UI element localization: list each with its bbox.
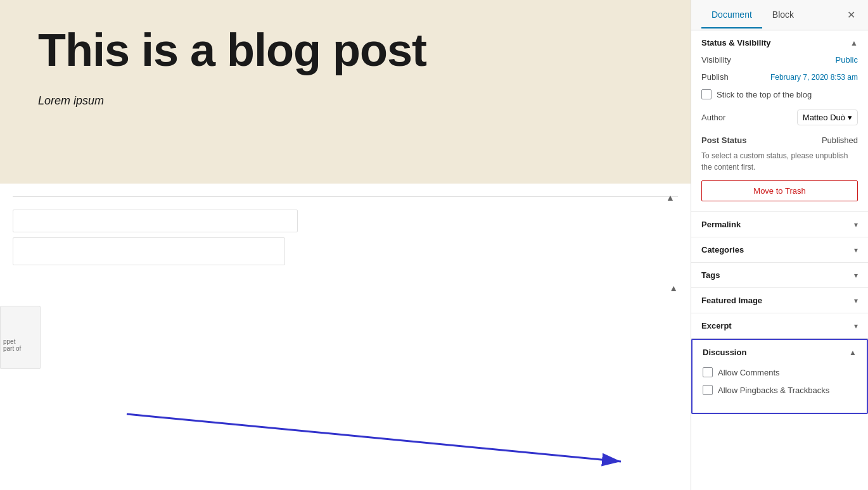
publish-label: Publish: [701, 72, 729, 82]
sidebar: Document Block ✕ Status & Visibility ▲ V…: [691, 0, 868, 490]
stick-to-top-row: Stick to the top of the blog: [701, 89, 858, 99]
publish-row: Publish February 7, 2020 8:53 am: [701, 72, 858, 82]
chevron-down-icon-categories: ▾: [854, 246, 858, 254]
author-row: Author Matteo Duò ▾: [701, 110, 858, 125]
section-discussion-header[interactable]: Discussion ▲: [692, 340, 867, 365]
section-discussion: Discussion ▲ Allow Comments Allow Pingba…: [691, 339, 868, 414]
block-outline-2: [13, 237, 285, 265]
svg-line-1: [127, 414, 621, 462]
section-tags: Tags ▾: [691, 263, 868, 288]
discussion-title: Discussion: [703, 348, 746, 357]
stick-to-top-label: Stick to the top of the blog: [717, 90, 812, 99]
allow-comments-label: Allow Comments: [718, 368, 780, 377]
stick-to-top-checkbox[interactable]: [701, 89, 712, 99]
post-status-label: Post Status: [701, 135, 747, 145]
block-outline-1: [13, 210, 298, 232]
chevron-up-icon-discussion: ▲: [849, 348, 857, 357]
annotation-arrow: [0, 389, 665, 471]
author-dropdown-icon: ▾: [848, 113, 852, 122]
section-excerpt-header[interactable]: Excerpt ▾: [691, 313, 868, 338]
author-label: Author: [701, 113, 725, 122]
tags-title: Tags: [701, 270, 720, 280]
tab-document[interactable]: Document: [701, 2, 762, 28]
visibility-row: Visibility Public: [701, 55, 858, 65]
allow-pingbacks-label: Allow Pingbacks & Trackbacks: [718, 386, 829, 395]
collapse-button-2[interactable]: ▲: [669, 283, 678, 293]
chevron-down-icon-permalink: ▾: [854, 220, 858, 229]
chevron-down-icon-featured-image: ▾: [854, 296, 858, 305]
permalink-title: Permalink: [701, 220, 741, 229]
discussion-content: Allow Comments Allow Pingbacks & Trackba…: [692, 365, 867, 413]
allow-comments-checkbox[interactable]: [703, 367, 713, 377]
tab-block[interactable]: Block: [762, 2, 804, 28]
widget-text: ppetpart of: [1, 306, 40, 355]
chevron-down-icon-excerpt: ▾: [854, 322, 858, 330]
allow-pingbacks-checkbox[interactable]: [703, 385, 713, 395]
status-visibility-title: Status & Visibility: [701, 38, 771, 47]
visibility-label: Visibility: [701, 55, 731, 65]
collapse-button[interactable]: ▲: [663, 190, 678, 205]
content-area: ▲ ▲ ppetpart of: [0, 184, 691, 382]
chevron-down-icon-tags: ▾: [854, 271, 858, 280]
section-status-visibility: Status & Visibility ▲ Visibility Public …: [691, 30, 868, 212]
categories-title: Categories: [701, 245, 744, 254]
visibility-value[interactable]: Public: [836, 55, 858, 65]
hero-section: This is a blog post Lorem ipsum: [0, 0, 691, 184]
close-icon[interactable]: ✕: [845, 6, 858, 23]
post-status-value: Published: [822, 135, 858, 145]
main-content: This is a blog post Lorem ipsum ▲ ▲ ppet…: [0, 0, 691, 490]
section-permalink-header[interactable]: Permalink ▾: [691, 212, 868, 237]
section-permalink: Permalink ▾: [691, 212, 868, 237]
publish-value[interactable]: February 7, 2020 8:53 am: [770, 73, 858, 82]
author-value: Matteo Duò: [803, 113, 845, 122]
status-visibility-content: Visibility Public Publish February 7, 20…: [691, 55, 868, 211]
section-categories-header[interactable]: Categories ▾: [691, 237, 868, 262]
allow-pingbacks-row: Allow Pingbacks & Trackbacks: [703, 385, 857, 395]
chevron-up-icon: ▲: [850, 39, 858, 47]
widget-box: ppetpart of: [0, 306, 41, 369]
section-featured-image-header[interactable]: Featured Image ▾: [691, 288, 868, 313]
tabs-group: Document Block: [701, 2, 804, 28]
author-select[interactable]: Matteo Duò ▾: [797, 110, 858, 125]
section-tags-header[interactable]: Tags ▾: [691, 263, 868, 287]
section-featured-image: Featured Image ▾: [691, 288, 868, 313]
move-to-trash-button[interactable]: Move to Trash: [701, 180, 858, 201]
sidebar-tabs: Document Block ✕: [691, 0, 868, 30]
allow-comments-row: Allow Comments: [703, 367, 857, 377]
post-status-row: Post Status Published: [701, 135, 858, 145]
section-status-visibility-header[interactable]: Status & Visibility ▲: [691, 30, 868, 55]
editor-blocks: [0, 197, 691, 283]
excerpt-title: Excerpt: [701, 321, 732, 330]
post-title[interactable]: This is a blog post: [38, 25, 653, 75]
featured-image-title: Featured Image: [701, 296, 762, 305]
custom-status-note: To select a custom status, please unpubl…: [701, 150, 858, 173]
post-subtitle: Lorem ipsum: [38, 94, 653, 108]
section-categories: Categories ▾: [691, 237, 868, 263]
section-excerpt: Excerpt ▾: [691, 313, 868, 339]
